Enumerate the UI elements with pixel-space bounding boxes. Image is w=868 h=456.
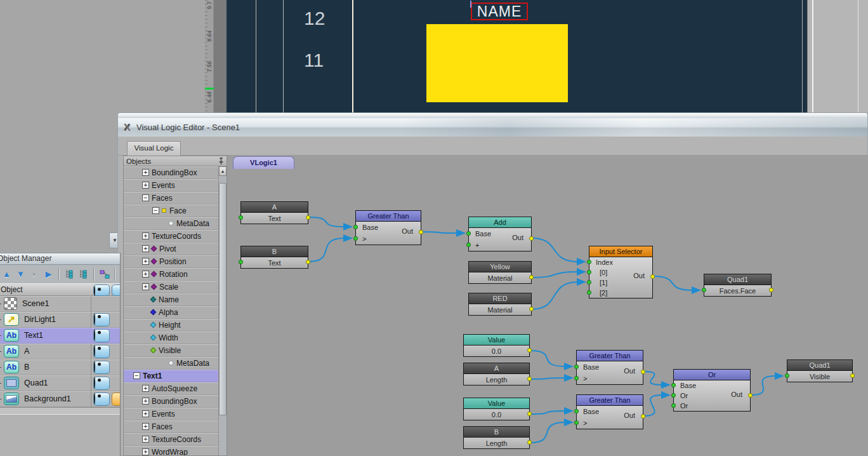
tree-item-face[interactable]: −Face [124, 205, 218, 217]
tree-item-metadata[interactable]: MetaData [124, 217, 218, 230]
tree-item-texturecoords[interactable]: +TextureCoords [124, 433, 218, 446]
tree-item-width[interactable]: Width [124, 332, 218, 344]
move-next-icon[interactable]: ▶ [43, 269, 54, 280]
extra-badge-icon[interactable] [112, 392, 121, 406]
tab-vlogic1[interactable]: VLogic1 [233, 156, 294, 169]
scrollbar-thumb[interactable] [219, 183, 227, 415]
node-add[interactable]: AddBase+Out [468, 217, 532, 251]
node-input-selector[interactable]: Input SelectorIndex[0][1][2]Out [589, 246, 653, 298]
node-a-text[interactable]: AText [240, 201, 308, 224]
collapse-icon[interactable]: − [142, 194, 149, 201]
visibility-eye-button[interactable] [93, 313, 110, 326]
tree-item-text1[interactable]: −Text1 [124, 370, 218, 382]
visibility-eye-button[interactable] [93, 345, 110, 358]
output-port[interactable] [650, 274, 655, 279]
output-port[interactable] [527, 440, 532, 445]
output-port[interactable] [306, 260, 310, 264]
expand-icon[interactable]: + [142, 448, 149, 455]
scene-text-object[interactable]: NAME [471, 3, 528, 20]
tree-item-scale[interactable]: +Scale [124, 281, 218, 293]
tree-item-metadata[interactable]: MetaData [124, 357, 218, 370]
tree-item-faces[interactable]: +Faces [124, 420, 218, 433]
node-yellow-material[interactable]: YellowMaterial [468, 261, 532, 284]
output-port[interactable] [748, 393, 753, 398]
expand-icon[interactable]: + [142, 169, 149, 176]
pin-icon[interactable] [218, 158, 225, 165]
objects-scrollbar[interactable]: ▲ [218, 166, 227, 455]
output-port[interactable] [641, 370, 645, 374]
output-port[interactable] [527, 377, 532, 381]
move-previous-icon[interactable]: ▸ [29, 269, 40, 280]
vle-titlebar[interactable]: X Visual Logic Editor - Scene1 [117, 118, 868, 137]
output-port[interactable] [529, 236, 534, 241]
output-port[interactable] [527, 412, 532, 416]
tab-visual-logic[interactable]: Visual Logic [127, 141, 181, 156]
node-greater-than-2[interactable]: Greater ThanBase>Out [576, 350, 643, 385]
expand-icon[interactable]: + [142, 398, 149, 405]
node-red-material[interactable]: REDMaterial [468, 293, 532, 316]
expand-icon[interactable]: + [142, 258, 149, 265]
show-links-icon[interactable] [99, 269, 110, 280]
output-port[interactable] [527, 348, 532, 352]
tree-item-events[interactable]: +Events [124, 408, 218, 420]
object-row-scene1[interactable]: Scene1 [0, 296, 121, 312]
tree-item-autosqueeze[interactable]: +AutoSqueeze [124, 382, 218, 395]
node-value-2[interactable]: Value0.0 [463, 398, 530, 420]
input-port[interactable] [702, 288, 706, 292]
node-a-length[interactable]: ALength [463, 363, 530, 386]
node-b-text[interactable]: BText [240, 246, 308, 269]
move-down-icon[interactable]: ▼ [15, 269, 26, 280]
view-collapse-tree-icon[interactable] [78, 269, 89, 280]
view-expand-tree-icon[interactable] [64, 269, 75, 280]
expand-icon[interactable]: + [142, 283, 149, 290]
node-quad1-faces-face[interactable]: Quad1Faces.Face [704, 274, 772, 297]
expand-icon[interactable]: + [142, 245, 149, 252]
node-value-1[interactable]: Value0.0 [463, 334, 530, 357]
object-row-dirlight1[interactable]: ↗DirLight1 [0, 312, 121, 328]
tree-item-texturecoords[interactable]: +TextureCoords [124, 230, 218, 243]
input-port[interactable] [785, 373, 789, 378]
scroll-up-button[interactable]: ▲ [219, 166, 227, 176]
input-port[interactable] [239, 215, 243, 220]
tree-item-position[interactable]: +Position [124, 255, 218, 268]
expand-icon[interactable]: + [142, 182, 149, 189]
tree-item-name[interactable]: Name [124, 293, 218, 306]
output-port[interactable] [641, 414, 645, 419]
node-b-length[interactable]: BLength [463, 426, 530, 449]
output-port[interactable] [419, 230, 423, 234]
move-up-icon[interactable]: ▲ [1, 269, 12, 280]
output-port[interactable] [850, 373, 855, 378]
object-row-text1[interactable]: AbText1 [0, 328, 121, 344]
tree-item-boundingbox[interactable]: +BoundingBox [124, 395, 218, 408]
tree-item-alpha[interactable]: Alpha [124, 306, 218, 319]
expand-icon[interactable]: + [142, 385, 149, 392]
node-greater-than-3[interactable]: Greater ThanBase>Out [576, 394, 643, 429]
expand-icon[interactable]: + [142, 232, 149, 239]
output-port[interactable] [529, 275, 534, 279]
partial-column-button[interactable] [112, 285, 121, 296]
visibility-column-button[interactable] [93, 285, 110, 296]
tree-item-rotation[interactable]: +Rotation [124, 268, 218, 281]
visibility-eye-button[interactable] [93, 329, 110, 342]
node-canvas[interactable]: ATextBTextGreater ThanBase>OutAddBase+Ou… [227, 156, 868, 456]
scene-yellow-quad[interactable] [426, 24, 568, 102]
collapse-icon[interactable]: − [152, 207, 159, 214]
object-column-header[interactable]: Object [0, 283, 121, 296]
expand-icon[interactable]: + [142, 271, 149, 278]
output-port[interactable] [306, 215, 310, 220]
input-port[interactable] [239, 260, 243, 264]
output-port[interactable] [529, 307, 534, 311]
node-or[interactable]: OrBaseOrOrOut [673, 369, 751, 412]
tree-item-height[interactable]: Height [124, 319, 218, 332]
tree-item-pivot[interactable]: +Pivot [124, 243, 218, 255]
node-greater-than-1[interactable]: Greater ThanBase>Out [355, 210, 421, 245]
tree-item-faces[interactable]: −Faces [124, 192, 218, 205]
tree-item-events[interactable]: +Events [124, 179, 218, 192]
object-row-b[interactable]: AbB [0, 359, 121, 375]
tree-item-wordwrap[interactable]: +WordWrap [124, 446, 218, 455]
object-manager-titlebar[interactable]: Object Manager [0, 253, 121, 265]
expand-icon[interactable]: + [142, 410, 149, 417]
node-quad1-visible[interactable]: Quad1Visible [787, 359, 853, 382]
tree-item-visible[interactable]: Visible [124, 344, 218, 357]
expand-icon[interactable]: + [142, 423, 149, 430]
